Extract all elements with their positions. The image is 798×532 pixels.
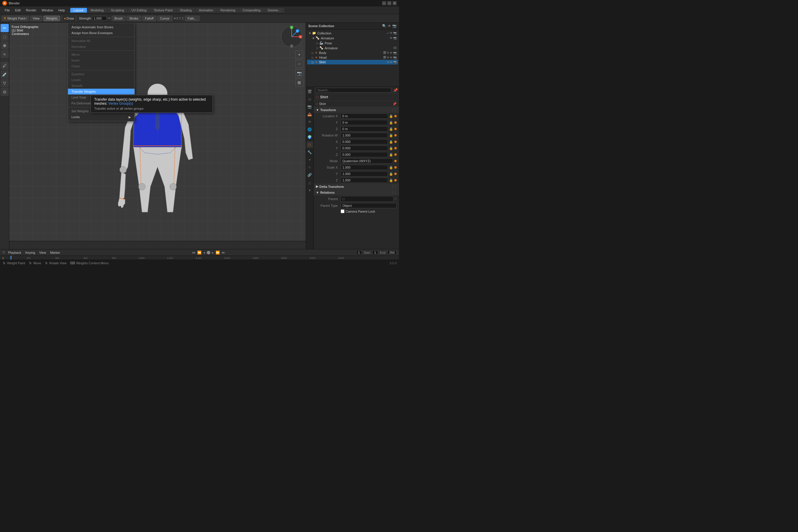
rot-z-value[interactable]: 0.000 [341,152,388,157]
prop-tab-scene2[interactable]: 🌐 [306,126,313,133]
delta-options-icon[interactable]: ⋮⋮ [391,185,397,188]
loc-x-value[interactable]: 0 m [341,113,388,119]
shirt-eye-icon[interactable]: 👁 [390,61,393,64]
prop-tab-physics[interactable]: ⚛ [306,164,313,171]
tool-smear[interactable]: ≈ [1,50,9,58]
shirt-cam-icon[interactable]: 📷 [393,61,397,64]
minimize-button[interactable]: — [382,1,386,5]
relations-section-header[interactable]: ▼ Relations ⋮⋮ [314,190,399,195]
marker-btn[interactable]: Marker [49,250,61,254]
tab-modeling[interactable]: Modeling [87,8,107,13]
prev-keyframe-btn[interactable]: ⏪ [197,250,202,254]
next-keyframe-btn[interactable]: ⏩ [215,250,220,254]
scale-z-dot[interactable] [394,179,397,182]
timeline-mode-icon[interactable]: ⏱ [2,251,5,254]
loc-y-dot[interactable] [394,121,397,124]
scale-x-dot[interactable] [394,166,397,169]
props-search-input[interactable] [316,88,391,93]
body-eye-icon[interactable]: 👁 [390,51,393,55]
prop-tab-output[interactable]: 📤 [306,111,313,117]
arm-cam-icon[interactable]: 📷 [393,36,397,40]
menu-help[interactable]: Help [56,8,68,13]
play-start-btn[interactable]: ⏮ [192,250,195,254]
end-frame[interactable]: 250 [387,250,397,255]
menu-assign-auto-bones[interactable]: Assign Automatic from Bones [68,24,134,30]
brush-dropdown[interactable]: Brush [112,16,126,21]
loc-y-lock[interactable]: 🔒 [389,121,393,125]
prop-tab-render[interactable]: 📷 [306,103,313,110]
menu-edit[interactable]: Edit [13,8,23,13]
play-pause-btn[interactable] [207,251,210,254]
tool-cursor[interactable]: ⊙ [1,88,9,96]
loc-z-dot[interactable] [394,128,397,130]
rot-x-lock[interactable]: 🔒 [389,140,393,144]
tool-draw[interactable]: ✏ [1,24,9,32]
tab-geometry[interactable]: Geome... [264,8,284,13]
loc-z-value[interactable]: 0 m [341,126,388,132]
rot-mode-dot[interactable] [394,160,397,162]
tree-row-body[interactable]: ▷ ▼ Body 🎬 ⚙ 👁 📷 [307,51,398,55]
rot-y-value[interactable]: 0.000 [341,146,388,151]
menu-window[interactable]: Window [39,8,55,13]
falloff2-dropdown[interactable]: Fallc... [185,16,200,21]
prop-tab-world[interactable]: 🌍 [306,134,313,140]
scale-y-dot[interactable] [394,173,397,175]
tab-uv-editing[interactable]: UV Editing [128,8,150,13]
parent-pick-icon[interactable]: ↗ [394,197,397,201]
menu-render[interactable]: Render [24,8,39,13]
menu-file[interactable]: File [2,8,12,13]
transform-section-header[interactable]: ▼ Transform ⋮⋮ [314,107,399,113]
rot-y-lock[interactable]: 🔒 [389,147,393,150]
tool-sample[interactable]: 💉 [1,70,9,78]
close-button[interactable]: ✕ [393,1,397,5]
rot-w-lock[interactable]: 🔒 [389,134,393,137]
start-frame[interactable]: 1 [372,250,378,255]
tab-compositing[interactable]: Compositing [239,8,264,13]
nav-zoom-out[interactable]: − [295,60,303,68]
tree-row-head[interactable]: ▷ ▼ Head 🎬 ⚙ 👁 📷 [307,55,398,60]
scale-y-lock[interactable]: 🔒 [389,172,393,176]
strength-pen-icon[interactable]: ✏ [108,16,111,20]
rot-z-lock[interactable]: 🔒 [389,153,393,157]
z-label[interactable]: Z [182,17,184,20]
falloff-dropdown[interactable]: Falloff [142,16,156,21]
x-label[interactable]: X [176,17,178,20]
transform-options-icon[interactable]: ⋮⋮ [391,109,397,112]
menu-transfer-weights[interactable]: Transfer Weights [68,89,134,95]
tool-average[interactable]: ⊕ [1,41,9,50]
props-pin-icon[interactable]: 📌 [393,88,398,93]
maximize-button[interactable]: □ [387,1,392,5]
relations-options-icon[interactable]: ⋮⋮ [391,191,397,194]
loc-z-lock[interactable]: 🔒 [389,127,393,131]
rot-x-dot[interactable] [394,140,397,143]
viewport-gizmo[interactable]: Y X Z Y [280,25,303,49]
tree-row-shirt[interactable]: ▷ ▼ Shirt ⚙ 👁 📷 [307,60,398,64]
col-cam-icon[interactable]: 📷 [393,32,397,35]
viewport[interactable]: Front Orthographic (1) Shirt Centimeters [10,23,306,249]
prop-tab-renderlayer[interactable]: 🗂 [306,96,313,102]
menu-locks[interactable]: Locks ▶ [68,114,134,120]
prop-tab-material[interactable]: ● [306,187,313,193]
loc-x-dot[interactable] [394,115,397,117]
tool-blur[interactable]: ◌ [1,33,9,41]
outliner-cam-icon[interactable]: 📷 [392,24,397,28]
rot-z-dot[interactable] [394,153,397,156]
tool-annotate[interactable]: 🖊 [1,61,9,70]
col-eye-icon[interactable]: 👁 [390,32,393,35]
prop-tab-particles[interactable]: ✦ [306,157,313,163]
timeline-ruler[interactable]: 1 20 40 60 80 100 120 140 160 180 200 22… [0,256,399,260]
rot-y-dot[interactable] [394,147,397,149]
prop-tab-modifier[interactable]: 🔧 [306,149,313,155]
menu-assign-bone-env[interactable]: Assign from Bone Envelopes [68,30,134,36]
parent-value[interactable]: □ [341,196,394,202]
prop-tab-object[interactable]: □ [306,141,313,148]
delta-transform-header[interactable]: ▶ Delta Transform ⋮⋮ [314,184,399,190]
scale-x-value[interactable]: 1.000 [341,165,388,170]
tree-row-armature-inner[interactable]: ▷ 🦴 Armature 65 [307,45,398,51]
prop-tab-data[interactable]: △ [306,179,313,186]
outliner-filter-icon[interactable]: 🔍 [382,24,386,28]
mode-selector[interactable]: ▼ Weight Paint ▾ [2,16,29,21]
rot-x-value[interactable]: 0.000 [341,139,388,145]
rot-mode-value[interactable]: Quaternion (WXYZ) [341,158,393,164]
current-frame[interactable]: 1 [356,250,362,255]
